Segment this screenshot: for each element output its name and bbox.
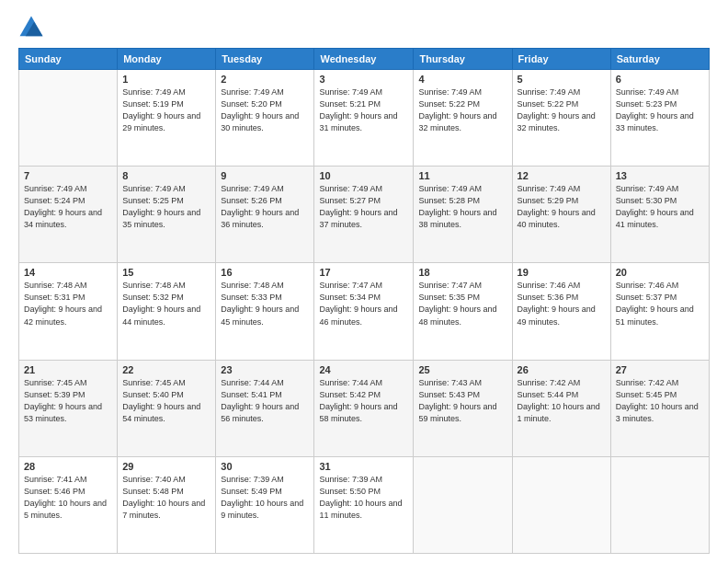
day-detail: Sunrise: 7:49 AMSunset: 5:24 PMDaylight:… bbox=[24, 183, 112, 231]
day-number: 19 bbox=[518, 267, 606, 278]
day-detail: Sunrise: 7:48 AMSunset: 5:32 PMDaylight:… bbox=[122, 280, 210, 327]
logo-icon bbox=[18, 15, 44, 40]
day-detail: Sunrise: 7:42 AMSunset: 5:44 PMDaylight:… bbox=[518, 377, 606, 425]
day-detail: Sunrise: 7:49 AMSunset: 5:27 PMDaylight:… bbox=[319, 183, 408, 231]
day-cell: 3Sunrise: 7:49 AMSunset: 5:21 PMDaylight… bbox=[314, 70, 414, 167]
week-row-5: 28Sunrise: 7:41 AMSunset: 5:46 PMDayligh… bbox=[19, 456, 710, 553]
header-cell-thursday: Thursday bbox=[414, 49, 512, 70]
day-cell: 13Sunrise: 7:49 AMSunset: 5:30 PMDayligh… bbox=[610, 167, 709, 263]
header-cell-saturday: Saturday bbox=[610, 49, 709, 70]
day-detail: Sunrise: 7:43 AMSunset: 5:43 PMDaylight:… bbox=[418, 377, 506, 425]
day-cell: 21Sunrise: 7:45 AMSunset: 5:39 PMDayligh… bbox=[19, 360, 118, 456]
day-detail: Sunrise: 7:41 AMSunset: 5:46 PMDaylight:… bbox=[24, 474, 112, 522]
day-number: 26 bbox=[518, 364, 606, 375]
week-row-4: 21Sunrise: 7:45 AMSunset: 5:39 PMDayligh… bbox=[19, 360, 710, 456]
day-detail: Sunrise: 7:49 AMSunset: 5:29 PMDaylight:… bbox=[518, 183, 606, 231]
day-cell: 27Sunrise: 7:42 AMSunset: 5:45 PMDayligh… bbox=[610, 360, 709, 456]
day-number: 22 bbox=[122, 364, 210, 375]
day-number: 8 bbox=[122, 170, 210, 181]
calendar-header: SundayMondayTuesdayWednesdayThursdayFrid… bbox=[19, 49, 710, 70]
day-detail: Sunrise: 7:49 AMSunset: 5:20 PMDaylight:… bbox=[221, 86, 309, 134]
day-cell: 23Sunrise: 7:44 AMSunset: 5:41 PMDayligh… bbox=[216, 360, 314, 456]
calendar-table: SundayMondayTuesdayWednesdayThursdayFrid… bbox=[18, 48, 710, 554]
day-detail: Sunrise: 7:49 AMSunset: 5:26 PMDaylight:… bbox=[221, 183, 309, 231]
day-cell: 5Sunrise: 7:49 AMSunset: 5:22 PMDaylight… bbox=[512, 70, 610, 167]
day-number: 1 bbox=[122, 74, 210, 85]
day-detail: Sunrise: 7:49 AMSunset: 5:23 PMDaylight:… bbox=[616, 86, 704, 134]
week-row-1: 1Sunrise: 7:49 AMSunset: 5:19 PMDaylight… bbox=[19, 70, 710, 167]
day-cell: 15Sunrise: 7:48 AMSunset: 5:32 PMDayligh… bbox=[118, 263, 216, 360]
day-detail: Sunrise: 7:44 AMSunset: 5:41 PMDaylight:… bbox=[221, 377, 309, 425]
day-detail: Sunrise: 7:45 AMSunset: 5:39 PMDaylight:… bbox=[24, 377, 112, 425]
day-detail: Sunrise: 7:49 AMSunset: 5:25 PMDaylight:… bbox=[122, 183, 210, 231]
header-cell-friday: Friday bbox=[512, 49, 610, 70]
day-cell: 26Sunrise: 7:42 AMSunset: 5:44 PMDayligh… bbox=[512, 360, 610, 456]
day-number: 7 bbox=[24, 170, 112, 181]
day-number: 21 bbox=[24, 364, 112, 375]
header bbox=[18, 15, 710, 40]
day-number: 12 bbox=[518, 170, 606, 181]
day-number: 30 bbox=[221, 461, 309, 472]
day-detail: Sunrise: 7:45 AMSunset: 5:40 PMDaylight:… bbox=[122, 377, 210, 425]
day-cell: 12Sunrise: 7:49 AMSunset: 5:29 PMDayligh… bbox=[512, 167, 610, 263]
day-number: 25 bbox=[418, 364, 506, 375]
day-number: 5 bbox=[518, 74, 606, 85]
day-cell: 6Sunrise: 7:49 AMSunset: 5:23 PMDaylight… bbox=[610, 70, 709, 167]
day-cell: 10Sunrise: 7:49 AMSunset: 5:27 PMDayligh… bbox=[314, 167, 414, 263]
day-detail: Sunrise: 7:47 AMSunset: 5:35 PMDaylight:… bbox=[418, 280, 506, 327]
day-cell: 28Sunrise: 7:41 AMSunset: 5:46 PMDayligh… bbox=[19, 456, 118, 553]
day-cell: 7Sunrise: 7:49 AMSunset: 5:24 PMDaylight… bbox=[19, 167, 118, 263]
day-cell: 11Sunrise: 7:49 AMSunset: 5:28 PMDayligh… bbox=[414, 167, 512, 263]
day-cell: 29Sunrise: 7:40 AMSunset: 5:48 PMDayligh… bbox=[118, 456, 216, 553]
day-cell: 8Sunrise: 7:49 AMSunset: 5:25 PMDaylight… bbox=[118, 167, 216, 263]
day-cell bbox=[19, 70, 118, 167]
day-number: 31 bbox=[319, 461, 408, 472]
day-detail: Sunrise: 7:46 AMSunset: 5:36 PMDaylight:… bbox=[518, 280, 606, 327]
header-cell-monday: Monday bbox=[118, 49, 216, 70]
day-cell bbox=[610, 456, 709, 553]
day-cell: 19Sunrise: 7:46 AMSunset: 5:36 PMDayligh… bbox=[512, 263, 610, 360]
day-detail: Sunrise: 7:44 AMSunset: 5:42 PMDaylight:… bbox=[319, 377, 408, 425]
day-number: 3 bbox=[319, 74, 408, 85]
day-cell: 14Sunrise: 7:48 AMSunset: 5:31 PMDayligh… bbox=[19, 263, 118, 360]
day-cell bbox=[414, 456, 512, 553]
calendar-body: 1Sunrise: 7:49 AMSunset: 5:19 PMDaylight… bbox=[19, 70, 710, 554]
day-detail: Sunrise: 7:49 AMSunset: 5:22 PMDaylight:… bbox=[518, 86, 606, 134]
page: SundayMondayTuesdayWednesdayThursdayFrid… bbox=[0, 0, 728, 563]
day-number: 28 bbox=[24, 461, 112, 472]
day-detail: Sunrise: 7:39 AMSunset: 5:49 PMDaylight:… bbox=[221, 474, 309, 522]
day-detail: Sunrise: 7:49 AMSunset: 5:30 PMDaylight:… bbox=[616, 183, 704, 231]
day-cell: 30Sunrise: 7:39 AMSunset: 5:49 PMDayligh… bbox=[216, 456, 314, 553]
logo bbox=[18, 15, 48, 40]
header-cell-wednesday: Wednesday bbox=[314, 49, 414, 70]
day-cell: 22Sunrise: 7:45 AMSunset: 5:40 PMDayligh… bbox=[118, 360, 216, 456]
day-cell: 25Sunrise: 7:43 AMSunset: 5:43 PMDayligh… bbox=[414, 360, 512, 456]
day-detail: Sunrise: 7:49 AMSunset: 5:21 PMDaylight:… bbox=[319, 86, 408, 134]
day-number: 13 bbox=[616, 170, 704, 181]
day-detail: Sunrise: 7:48 AMSunset: 5:33 PMDaylight:… bbox=[221, 280, 309, 327]
day-cell: 4Sunrise: 7:49 AMSunset: 5:22 PMDaylight… bbox=[414, 70, 512, 167]
header-cell-tuesday: Tuesday bbox=[216, 49, 314, 70]
day-detail: Sunrise: 7:46 AMSunset: 5:37 PMDaylight:… bbox=[616, 280, 704, 327]
day-detail: Sunrise: 7:49 AMSunset: 5:22 PMDaylight:… bbox=[418, 86, 506, 134]
header-row: SundayMondayTuesdayWednesdayThursdayFrid… bbox=[19, 49, 710, 70]
day-cell: 1Sunrise: 7:49 AMSunset: 5:19 PMDaylight… bbox=[118, 70, 216, 167]
day-number: 9 bbox=[221, 170, 309, 181]
day-cell bbox=[512, 456, 610, 553]
day-detail: Sunrise: 7:49 AMSunset: 5:19 PMDaylight:… bbox=[122, 86, 210, 134]
day-detail: Sunrise: 7:40 AMSunset: 5:48 PMDaylight:… bbox=[122, 474, 210, 522]
day-number: 23 bbox=[221, 364, 309, 375]
day-cell: 17Sunrise: 7:47 AMSunset: 5:34 PMDayligh… bbox=[314, 263, 414, 360]
day-number: 4 bbox=[418, 74, 506, 85]
day-number: 27 bbox=[616, 364, 704, 375]
day-number: 18 bbox=[418, 267, 506, 278]
day-detail: Sunrise: 7:48 AMSunset: 5:31 PMDaylight:… bbox=[24, 280, 112, 327]
day-number: 15 bbox=[122, 267, 210, 278]
day-cell: 9Sunrise: 7:49 AMSunset: 5:26 PMDaylight… bbox=[216, 167, 314, 263]
day-number: 14 bbox=[24, 267, 112, 278]
day-detail: Sunrise: 7:47 AMSunset: 5:34 PMDaylight:… bbox=[319, 280, 408, 327]
day-cell: 16Sunrise: 7:48 AMSunset: 5:33 PMDayligh… bbox=[216, 263, 314, 360]
day-number: 29 bbox=[122, 461, 210, 472]
day-number: 6 bbox=[616, 74, 704, 85]
day-detail: Sunrise: 7:39 AMSunset: 5:50 PMDaylight:… bbox=[319, 474, 408, 522]
